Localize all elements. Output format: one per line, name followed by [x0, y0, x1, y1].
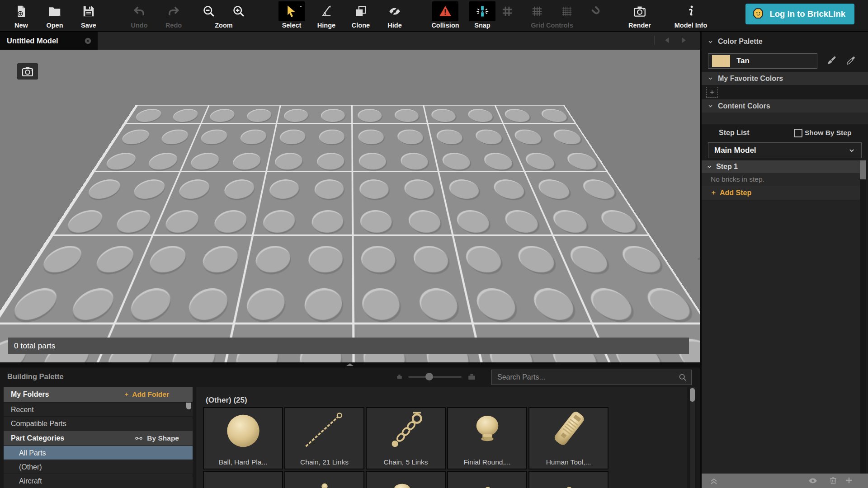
thumbnail-size-slider[interactable] — [396, 372, 476, 381]
baseplate-perspective — [0, 50, 700, 362]
color-palette-header[interactable]: Color Palette — [702, 35, 868, 48]
parts-scrollbar[interactable] — [690, 388, 695, 402]
model-dropdown[interactable]: Main Model — [708, 142, 862, 158]
part-label: Chain, 21 Links — [286, 458, 363, 466]
camera-icon — [21, 65, 34, 78]
sidebar-part-categories-header[interactable]: Part CategoriesBy Shape — [4, 430, 193, 446]
zoom-out-icon[interactable] — [194, 1, 224, 21]
part-tile-row2[interactable] — [366, 471, 446, 488]
toolbar-button-redo[interactable]: Redo — [158, 1, 189, 29]
step-list-scrollbar-track[interactable] — [860, 160, 866, 474]
color-swatch-tan[interactable] — [712, 55, 730, 67]
selected-color-name: Tan — [736, 56, 750, 66]
category-item-aircraft[interactable]: Aircraft — [4, 474, 193, 488]
chevron-down-icon — [707, 75, 714, 82]
toolbar-button-hinge[interactable]: Hinge — [311, 1, 342, 29]
part-tile-chain-5-links[interactable]: Chain, 5 Links — [366, 407, 446, 469]
part-tile-row2[interactable] — [203, 471, 283, 488]
camera-icon — [627, 1, 653, 21]
grid-small-icon[interactable] — [492, 1, 522, 21]
step-1-header[interactable]: Step 1 — [702, 160, 860, 173]
studio-app-window: NewOpenSaveUndoRedoSelectHingeCloneHideC… — [0, 0, 868, 488]
part-categories-label: Part Categories — [11, 431, 64, 446]
part-tile-row2[interactable] — [284, 471, 364, 488]
part-tile-ball-hard-pla[interactable]: Ball, Hard Pla... — [203, 407, 283, 469]
viewport-camera-button[interactable] — [17, 63, 38, 80]
show-by-step-label: Show By Step — [805, 129, 851, 137]
parts-scrollbar-track[interactable] — [690, 387, 695, 488]
right-panel-collapse-icon[interactable] — [696, 254, 702, 264]
toolbar-button-hide[interactable]: Hide — [379, 1, 410, 29]
toolbar-button-collision[interactable]: Collision — [429, 1, 461, 29]
undo-icon — [126, 1, 152, 21]
part-tile-chain-21-links[interactable]: Chain, 21 Links — [284, 407, 364, 469]
favorite-colors-header[interactable]: My Favorite Colors — [702, 72, 868, 85]
toolbar-button-save[interactable]: Save — [73, 1, 104, 29]
show-by-step-checkbox[interactable] — [794, 129, 802, 137]
delete-step-trash-icon[interactable] — [829, 476, 839, 486]
add-step-button[interactable]: Add Step — [702, 186, 860, 200]
toolbar-button-label: Save — [81, 22, 96, 29]
chevron-down-icon — [706, 164, 712, 170]
sidebar-item-recent[interactable]: Recent — [4, 402, 193, 416]
grid-large-icon[interactable] — [552, 1, 582, 21]
grid-medium-icon[interactable] — [522, 1, 552, 21]
my-folders-label: My Folders — [11, 387, 49, 402]
zoom-in-icon[interactable] — [224, 1, 254, 21]
toolbar-button-open[interactable]: Open — [39, 1, 71, 29]
part-tile-row2[interactable] — [447, 471, 527, 488]
slider-thumb[interactable] — [425, 373, 433, 380]
paint-tool-icon[interactable] — [826, 55, 838, 67]
add-favorite-color-button[interactable] — [706, 87, 718, 98]
toolbar-button-new[interactable]: New — [5, 1, 37, 29]
info-icon — [678, 1, 704, 21]
step-visibility-eye-icon[interactable] — [808, 476, 818, 486]
category-item-other[interactable]: (Other) — [4, 460, 193, 474]
part-tile-row2[interactable] — [528, 471, 609, 488]
tab-untitled-model[interactable]: Untitled Model — [0, 32, 98, 50]
search-parts-input[interactable] — [492, 370, 691, 385]
login-bricklink-button[interactable]: Log in to BrickLink — [745, 4, 854, 24]
step-list-scrollbar[interactable] — [860, 160, 866, 179]
eyedropper-icon[interactable] — [845, 55, 857, 67]
viewport-3d[interactable]: 0 total parts — [0, 50, 700, 362]
toolbar-button-select[interactable]: Select — [276, 1, 307, 29]
part-tile-finial-round[interactable]: Finial Round,... — [447, 407, 527, 469]
sidebar-my-folders-header[interactable]: My FoldersAdd Folder — [4, 387, 193, 402]
toolbar-button-clone[interactable]: Clone — [345, 1, 377, 29]
tab-nav-forward-icon[interactable] — [679, 36, 688, 45]
tab-nav — [654, 36, 688, 45]
redo-icon — [160, 1, 187, 21]
magnet-icon[interactable] — [582, 1, 612, 21]
toolbar-group-zoom: Zoom — [189, 1, 259, 29]
tab-title: Untitled Model — [7, 37, 58, 45]
baseplate-grid[interactable] — [0, 50, 700, 105]
add-folder-button[interactable]: Add Folder — [124, 387, 169, 402]
toolbar-button-label: Open — [46, 22, 63, 29]
total-parts-count: 0 total parts — [14, 342, 55, 351]
by-shape-toggle[interactable]: By Shape — [134, 431, 179, 446]
toolbar-button-render[interactable]: Render — [624, 1, 656, 29]
chevron-down-icon — [707, 103, 714, 109]
tab-nav-back-icon[interactable] — [663, 36, 672, 45]
part-label: Chain, 5 Links — [368, 458, 444, 466]
add-step-plus-icon[interactable] — [844, 476, 854, 486]
slider-track[interactable] — [408, 376, 462, 378]
collapse-steps-icon[interactable] — [709, 476, 719, 486]
part-label: Human Tool,... — [530, 458, 607, 466]
parts-grid-area: (Other) (25) Ball, Hard Pla...Chain, 21 … — [196, 387, 687, 488]
palette-splitter[interactable] — [0, 362, 700, 367]
content-colors-header[interactable]: Content Colors — [702, 99, 868, 113]
part-tile-human-tool[interactable]: Human Tool,... — [528, 407, 609, 469]
hint-dot-thumbnail — [536, 472, 602, 488]
sidebar-item-compatible-parts[interactable]: Compatible Parts — [4, 416, 193, 430]
tab-close-icon[interactable] — [84, 37, 92, 45]
toolbar-button-undo[interactable]: Undo — [123, 1, 155, 29]
splitter-handle-icon[interactable] — [346, 363, 354, 366]
selected-color-row[interactable]: Tan — [708, 53, 817, 69]
search-icon — [678, 373, 687, 382]
toolbar-button-model-info[interactable]: Model Info — [675, 1, 707, 29]
search-parts-box — [491, 370, 692, 385]
part-label: Finial Round,... — [449, 458, 525, 466]
category-item-all-parts[interactable]: All Parts — [4, 446, 193, 460]
